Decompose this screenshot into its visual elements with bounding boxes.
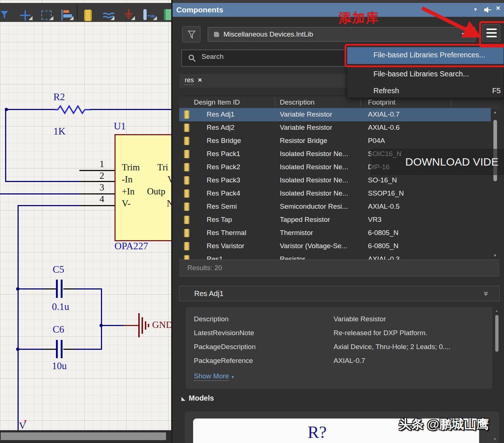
menu-item-refresh[interactable]: Refresh F5 xyxy=(347,83,504,100)
cell-design-item-id[interactable]: Res Pack2 xyxy=(207,163,240,171)
wire-segment[interactable] xyxy=(63,349,75,350)
table-row[interactable]: Res TapTapped ResistorVR3 xyxy=(179,213,491,227)
u1-part-label[interactable]: OPA227 xyxy=(114,241,148,252)
column-separator[interactable] xyxy=(275,98,275,106)
cell-description[interactable]: Varistor (Voltage-Se... xyxy=(280,242,347,250)
u1-designator[interactable]: U1 xyxy=(114,121,126,132)
cell-footprint[interactable]: 6-0805_N xyxy=(368,229,398,237)
table-row[interactable]: Res Pack3Isolated Resistor Ne...SO-16_N xyxy=(179,174,491,187)
cell-description[interactable]: Isolated Resistor Ne... xyxy=(280,150,348,158)
cell-description[interactable]: Semiconductor Resi... xyxy=(280,202,348,211)
show-more-link[interactable]: Show More ▼ xyxy=(194,372,234,380)
r2-value[interactable]: 1K xyxy=(53,126,65,137)
scrollbar-thumb[interactable] xyxy=(1,432,166,440)
gnd-label[interactable]: GND xyxy=(152,319,171,330)
chip-close-icon[interactable]: × xyxy=(198,76,202,84)
wire-segment[interactable] xyxy=(18,205,79,206)
resistor-symbol[interactable] xyxy=(55,105,91,114)
table-row[interactable]: Res ThermalThermistor6-0805_N xyxy=(179,227,491,240)
r2-designator[interactable]: R2 xyxy=(53,91,65,103)
table-row[interactable]: Res SemiSemiconductor Resi...AXIAL-0.5 xyxy=(179,200,491,213)
capacitor-plate[interactable] xyxy=(56,340,58,358)
dropdown-triangle-icon[interactable] xyxy=(69,16,74,20)
wire-segment[interactable] xyxy=(75,349,102,350)
c5-value[interactable]: 0.1u xyxy=(52,301,69,313)
cell-design-item-id[interactable]: Res Varistor xyxy=(207,242,244,250)
wire-segment[interactable] xyxy=(5,109,56,110)
wire-segment[interactable] xyxy=(5,109,6,182)
cell-footprint[interactable]: VR3 xyxy=(368,216,381,224)
table-scrollbar[interactable]: ▲ ▼ xyxy=(492,108,499,260)
cell-footprint[interactable]: 6-0805_N xyxy=(368,242,398,250)
filter-button[interactable] xyxy=(182,26,200,42)
dropdown-triangle-icon[interactable] xyxy=(49,16,53,20)
wire-segment[interactable] xyxy=(101,288,102,350)
table-row[interactable]: Res BridgeResistor BridgeP04A xyxy=(179,135,491,148)
c5-designator[interactable]: C5 xyxy=(53,264,64,275)
scroll-up-icon[interactable]: ▲ xyxy=(493,110,497,114)
align-icon[interactable] xyxy=(61,10,63,20)
c6-value[interactable]: 10u xyxy=(52,360,67,372)
table-row[interactable]: Res Adj2Variable ResistorAXIAL-0.6 xyxy=(179,121,491,135)
dropdown-triangle-icon[interactable] xyxy=(131,16,135,20)
cell-footprint[interactable]: AXIAL-0.5 xyxy=(368,202,400,211)
detail-header[interactable]: Res Adj1 » xyxy=(179,286,500,301)
cell-footprint[interactable]: SSOP16_N xyxy=(368,189,404,197)
cell-footprint[interactable]: SO-16_N xyxy=(368,176,397,184)
horizontal-scrollbar[interactable] xyxy=(0,430,171,443)
cell-design-item-id[interactable]: Res Thermal xyxy=(207,229,246,237)
cell-description[interactable]: Isolated Resistor Ne... xyxy=(280,176,348,184)
cell-description[interactable]: Variable Resistor xyxy=(280,124,332,132)
schematic-canvas[interactable]: R2 1K U1 OPA227 1 2 3 4 Trim -In +In V- … xyxy=(0,0,171,443)
dropdown-triangle-icon[interactable] xyxy=(110,16,114,20)
cell-footprint[interactable]: P04A xyxy=(368,137,385,145)
cell-design-item-id[interactable]: Res Bridge xyxy=(207,137,241,145)
scroll-down-icon[interactable]: ▼ xyxy=(493,437,497,441)
capacitor-plate[interactable] xyxy=(61,280,63,298)
wire-segment[interactable] xyxy=(0,193,79,194)
pin-4[interactable] xyxy=(79,205,114,206)
cell-description[interactable]: Variable Resistor xyxy=(280,110,332,118)
double-chevron-icon[interactable]: » xyxy=(481,291,491,296)
capacitor-plate[interactable] xyxy=(61,340,63,358)
c6-designator[interactable]: C6 xyxy=(53,324,64,335)
wire-segment[interactable] xyxy=(18,288,45,289)
column-header[interactable]: Description xyxy=(280,98,315,106)
wire-segment[interactable] xyxy=(101,325,124,326)
cell-design-item-id[interactable]: Res Pack4 xyxy=(207,189,240,197)
wire-segment[interactable] xyxy=(18,349,45,350)
table-row[interactable]: Res Pack4Isolated Resistor Ne...SSOP16_N xyxy=(179,187,491,200)
wire-segment[interactable] xyxy=(5,181,79,182)
column-header[interactable]: Design Item ID xyxy=(194,98,240,106)
filter-chip[interactable]: res × xyxy=(185,76,202,84)
wire-segment[interactable] xyxy=(45,349,56,350)
scrollbar-thumb[interactable] xyxy=(495,315,499,352)
wire-segment[interactable] xyxy=(75,288,102,289)
dropdown-triangle-icon[interactable] xyxy=(29,16,33,20)
cell-design-item-id[interactable]: Res Adj2 xyxy=(207,124,234,132)
cell-description[interactable]: Isolated Resistor Ne... xyxy=(280,189,348,197)
collapse-triangle-icon[interactable]: ◣ xyxy=(181,395,185,401)
cell-design-item-id[interactable]: Res Pack1 xyxy=(207,150,240,158)
cell-footprint[interactable]: AXIAL-0.6 xyxy=(368,124,400,132)
cell-design-item-id[interactable]: Res Pack3 xyxy=(207,176,240,184)
ic-chip-icon[interactable] xyxy=(85,10,91,21)
probe-icon[interactable] xyxy=(143,9,147,20)
models-section-header[interactable]: Models xyxy=(189,394,214,402)
wire-segment[interactable] xyxy=(45,288,56,289)
cell-design-item-id[interactable]: Res Tap xyxy=(207,216,232,224)
wire-segment[interactable] xyxy=(18,205,19,430)
dropdown-triangle-icon[interactable] xyxy=(153,16,157,20)
cell-description[interactable]: Thermistor xyxy=(280,229,313,237)
cell-design-item-id[interactable]: Res Semi xyxy=(207,202,237,211)
cell-description[interactable]: Resistor Bridge xyxy=(280,137,327,145)
capacitor-plate[interactable] xyxy=(56,280,58,298)
table-row[interactable]: Res VaristorVaristor (Voltage-Se...6-080… xyxy=(179,240,491,253)
scroll-down-icon[interactable]: ▼ xyxy=(493,254,497,257)
cell-description[interactable]: Tapped Resistor xyxy=(280,216,330,224)
wire-segment[interactable] xyxy=(63,288,75,289)
table-row[interactable]: Res Adj1Variable ResistorAXIAL-0.7 xyxy=(179,108,491,121)
menu-item-file-based-libraries-search[interactable]: File-based Libraries Search... xyxy=(347,66,504,83)
library-book-icon[interactable] xyxy=(164,9,171,20)
filter-funnel-icon[interactable] xyxy=(0,11,8,19)
